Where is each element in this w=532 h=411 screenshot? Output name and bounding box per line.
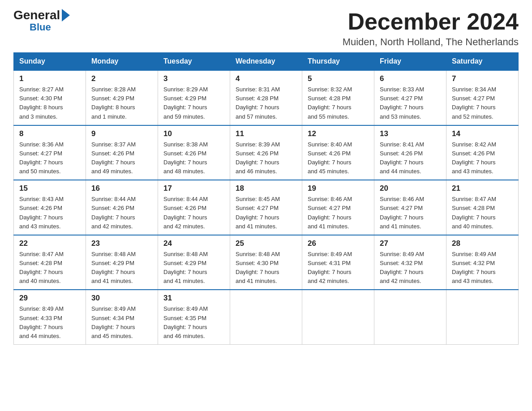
calendar-day: 5Sunrise: 8:32 AMSunset: 4:28 PMDaylight…: [302, 70, 374, 125]
calendar-day: 19Sunrise: 8:46 AMSunset: 4:27 PMDayligh…: [302, 180, 374, 235]
day-number: 26: [308, 239, 369, 248]
calendar-week-row: 15Sunrise: 8:43 AMSunset: 4:26 PMDayligh…: [14, 180, 519, 235]
day-info: Sunrise: 8:44 AMSunset: 4:26 PMDaylight:…: [91, 195, 152, 231]
day-number: 2: [91, 74, 152, 83]
title-area: December 2024 Muiden, North Holland, The…: [343, 9, 519, 48]
day-number: 25: [236, 239, 296, 248]
day-number: 30: [91, 294, 152, 303]
day-number: 3: [163, 74, 224, 83]
day-info: Sunrise: 8:43 AMSunset: 4:26 PMDaylight:…: [19, 195, 80, 231]
day-number: 8: [19, 129, 80, 138]
calendar-day: 8Sunrise: 8:36 AMSunset: 4:27 PMDaylight…: [14, 125, 86, 180]
calendar-day: 30Sunrise: 8:49 AMSunset: 4:34 PMDayligh…: [86, 290, 158, 344]
day-number: 14: [452, 129, 513, 138]
day-info: Sunrise: 8:48 AMSunset: 4:30 PMDaylight:…: [236, 250, 296, 286]
calendar-day: 28Sunrise: 8:49 AMSunset: 4:32 PMDayligh…: [446, 235, 519, 290]
calendar-day: 6Sunrise: 8:33 AMSunset: 4:27 PMDaylight…: [374, 70, 446, 125]
calendar-day: 14Sunrise: 8:42 AMSunset: 4:26 PMDayligh…: [446, 125, 519, 180]
day-number: 7: [452, 74, 513, 83]
day-number: 9: [91, 129, 152, 138]
calendar-day: 2Sunrise: 8:28 AMSunset: 4:29 PMDaylight…: [86, 70, 158, 125]
calendar-day: 29Sunrise: 8:49 AMSunset: 4:33 PMDayligh…: [14, 290, 86, 344]
day-info: Sunrise: 8:27 AMSunset: 4:30 PMDaylight:…: [19, 85, 80, 121]
calendar-day: 4Sunrise: 8:31 AMSunset: 4:28 PMDaylight…: [230, 70, 302, 125]
calendar-day: 7Sunrise: 8:34 AMSunset: 4:27 PMDaylight…: [446, 70, 519, 125]
day-number: 5: [308, 74, 369, 83]
calendar-day: 23Sunrise: 8:48 AMSunset: 4:29 PMDayligh…: [86, 235, 158, 290]
calendar-day: 17Sunrise: 8:44 AMSunset: 4:26 PMDayligh…: [158, 180, 230, 235]
calendar-day: 1Sunrise: 8:27 AMSunset: 4:30 PMDaylight…: [14, 70, 86, 125]
header-wednesday: Wednesday: [230, 53, 302, 71]
day-number: 1: [19, 74, 80, 83]
calendar-day: 16Sunrise: 8:44 AMSunset: 4:26 PMDayligh…: [86, 180, 158, 235]
day-info: Sunrise: 8:41 AMSunset: 4:26 PMDaylight:…: [380, 140, 441, 176]
logo-blue-text: Blue: [30, 22, 51, 32]
calendar-day: 26Sunrise: 8:49 AMSunset: 4:31 PMDayligh…: [302, 235, 374, 290]
calendar-day: 27Sunrise: 8:49 AMSunset: 4:32 PMDayligh…: [374, 235, 446, 290]
day-number: 10: [163, 129, 224, 138]
calendar-week-row: 22Sunrise: 8:47 AMSunset: 4:28 PMDayligh…: [14, 235, 519, 290]
day-info: Sunrise: 8:38 AMSunset: 4:26 PMDaylight:…: [163, 140, 224, 176]
header-saturday: Saturday: [446, 53, 519, 71]
empty-cell: [302, 290, 374, 344]
calendar-day: 12Sunrise: 8:40 AMSunset: 4:26 PMDayligh…: [302, 125, 374, 180]
calendar-day: 3Sunrise: 8:29 AMSunset: 4:29 PMDaylight…: [158, 70, 230, 125]
day-info: Sunrise: 8:28 AMSunset: 4:29 PMDaylight:…: [91, 85, 152, 121]
day-info: Sunrise: 8:37 AMSunset: 4:26 PMDaylight:…: [91, 140, 152, 176]
day-info: Sunrise: 8:49 AMSunset: 4:32 PMDaylight:…: [452, 250, 513, 286]
day-info: Sunrise: 8:34 AMSunset: 4:27 PMDaylight:…: [452, 85, 513, 121]
calendar-day: 31Sunrise: 8:49 AMSunset: 4:35 PMDayligh…: [158, 290, 230, 344]
page-header: General Blue December 2024 Muiden, North…: [13, 9, 519, 48]
day-number: 27: [380, 239, 441, 248]
day-number: 13: [380, 129, 441, 138]
calendar-day: 15Sunrise: 8:43 AMSunset: 4:26 PMDayligh…: [14, 180, 86, 235]
day-number: 19: [308, 184, 369, 193]
day-number: 23: [91, 239, 152, 248]
header-monday: Monday: [86, 53, 158, 71]
day-number: 11: [236, 129, 296, 138]
header-friday: Friday: [374, 53, 446, 71]
day-number: 4: [236, 74, 296, 83]
calendar-day: 10Sunrise: 8:38 AMSunset: 4:26 PMDayligh…: [158, 125, 230, 180]
day-info: Sunrise: 8:39 AMSunset: 4:26 PMDaylight:…: [236, 140, 296, 176]
day-info: Sunrise: 8:46 AMSunset: 4:27 PMDaylight:…: [308, 195, 369, 231]
calendar-day: 21Sunrise: 8:47 AMSunset: 4:28 PMDayligh…: [446, 180, 519, 235]
weekday-header-row: Sunday Monday Tuesday Wednesday Thursday…: [14, 53, 519, 71]
calendar-day: 18Sunrise: 8:45 AMSunset: 4:27 PMDayligh…: [230, 180, 302, 235]
day-info: Sunrise: 8:40 AMSunset: 4:26 PMDaylight:…: [308, 140, 369, 176]
day-number: 17: [163, 184, 224, 193]
calendar-day: 11Sunrise: 8:39 AMSunset: 4:26 PMDayligh…: [230, 125, 302, 180]
day-info: Sunrise: 8:33 AMSunset: 4:27 PMDaylight:…: [380, 85, 441, 121]
day-number: 21: [452, 184, 513, 193]
calendar-week-row: 1Sunrise: 8:27 AMSunset: 4:30 PMDaylight…: [14, 70, 519, 125]
calendar-week-row: 29Sunrise: 8:49 AMSunset: 4:33 PMDayligh…: [14, 290, 519, 344]
calendar-day: 25Sunrise: 8:48 AMSunset: 4:30 PMDayligh…: [230, 235, 302, 290]
calendar-table: Sunday Monday Tuesday Wednesday Thursday…: [13, 52, 519, 345]
calendar-day: 22Sunrise: 8:47 AMSunset: 4:28 PMDayligh…: [14, 235, 86, 290]
day-number: 28: [452, 239, 513, 248]
day-info: Sunrise: 8:29 AMSunset: 4:29 PMDaylight:…: [163, 85, 224, 121]
day-number: 31: [163, 294, 224, 303]
day-info: Sunrise: 8:42 AMSunset: 4:26 PMDaylight:…: [452, 140, 513, 176]
day-number: 15: [19, 184, 80, 193]
day-info: Sunrise: 8:46 AMSunset: 4:27 PMDaylight:…: [380, 195, 441, 231]
day-info: Sunrise: 8:49 AMSunset: 4:33 PMDaylight:…: [19, 304, 80, 341]
day-number: 6: [380, 74, 441, 83]
day-number: 29: [19, 294, 80, 303]
month-title: December 2024: [343, 9, 519, 34]
calendar-day: 20Sunrise: 8:46 AMSunset: 4:27 PMDayligh…: [374, 180, 446, 235]
logo-general-text: General: [13, 9, 70, 22]
day-info: Sunrise: 8:49 AMSunset: 4:35 PMDaylight:…: [163, 304, 224, 341]
header-thursday: Thursday: [302, 53, 374, 71]
empty-cell: [230, 290, 302, 344]
day-number: 20: [380, 184, 441, 193]
calendar-day: 9Sunrise: 8:37 AMSunset: 4:26 PMDaylight…: [86, 125, 158, 180]
header-tuesday: Tuesday: [158, 53, 230, 71]
day-info: Sunrise: 8:36 AMSunset: 4:27 PMDaylight:…: [19, 140, 80, 176]
day-info: Sunrise: 8:48 AMSunset: 4:29 PMDaylight:…: [91, 250, 152, 286]
day-info: Sunrise: 8:49 AMSunset: 4:31 PMDaylight:…: [308, 250, 369, 286]
empty-cell: [374, 290, 446, 344]
calendar-day: 13Sunrise: 8:41 AMSunset: 4:26 PMDayligh…: [374, 125, 446, 180]
day-number: 12: [308, 129, 369, 138]
day-number: 22: [19, 239, 80, 248]
